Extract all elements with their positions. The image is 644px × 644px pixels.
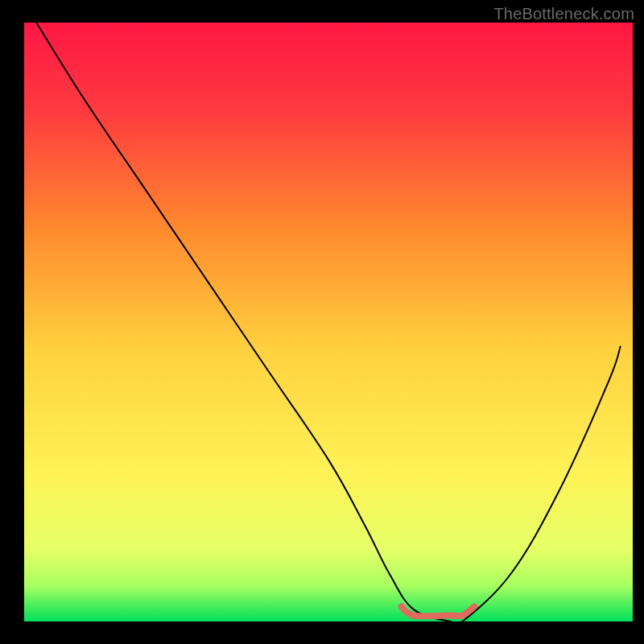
- bottleneck-chart: [0, 0, 644, 644]
- watermark-text: TheBottleneck.com: [493, 5, 634, 23]
- chart-container: TheBottleneck.com: [0, 0, 644, 644]
- chart-gradient-background: [24, 23, 633, 621]
